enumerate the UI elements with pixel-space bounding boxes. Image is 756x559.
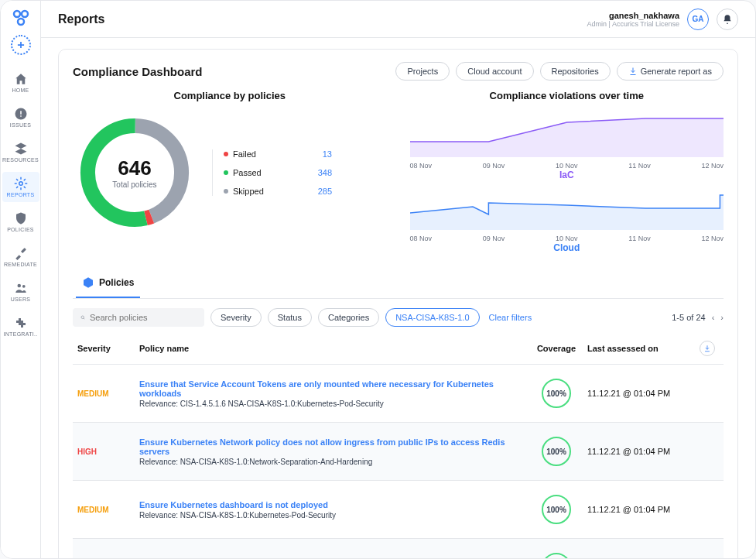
svg-point-1 [22, 11, 28, 17]
shield-icon [14, 211, 28, 225]
assessed-date: 11.12.21 @ 01:04 PM [587, 505, 696, 514]
assessed-date: 11.12.21 @ 01:04 PM [587, 389, 696, 398]
repositories-button[interactable]: Repositories [540, 62, 611, 81]
wrench-icon [14, 246, 28, 260]
coverage-badge: 100% [542, 553, 571, 558]
coverage-badge: 100% [542, 437, 571, 466]
logo-icon [12, 9, 30, 27]
projects-button[interactable]: Projects [395, 62, 450, 81]
categories-filter[interactable]: Categories [318, 308, 379, 327]
page-title: Reports [58, 12, 104, 26]
clear-filters[interactable]: Clear filters [489, 313, 532, 322]
notifications-button[interactable] [717, 9, 738, 30]
download-icon [628, 67, 638, 76]
alert-icon [14, 107, 28, 121]
svg-point-5 [17, 284, 21, 288]
svg-point-6 [22, 285, 25, 288]
policy-relevance: Relevance: CIS-1.4.5.1.6 NSA-CISA-K8S-1.… [139, 400, 525, 408]
policy-relevance: Relevance: NSA-CISA-K8S-1.0:Network-Sepa… [139, 458, 525, 466]
coverage-badge: 100% [542, 495, 571, 524]
generate-report-button[interactable]: Generate report as [617, 62, 724, 81]
users-icon [14, 281, 28, 295]
add-button[interactable] [11, 35, 31, 55]
tab-policies[interactable]: Policies [76, 269, 140, 298]
policy-name[interactable]: Ensure that Service Account Tokens are o… [139, 379, 525, 398]
policy-cell: Ensure that Service Account Tokens are o… [139, 379, 525, 408]
sidebar-item-users[interactable]: USERS [2, 276, 39, 307]
search-input[interactable] [73, 308, 204, 327]
table-header: Severity Policy name Coverage Last asses… [73, 333, 724, 365]
gear-icon [14, 177, 28, 190]
policy-cell: Ensure Kubernetes dashboard is not deplo… [139, 500, 525, 520]
table-row[interactable]: HIGH Ensure Kubernetes Network policy do… [73, 539, 724, 558]
status-filter[interactable]: Status [268, 308, 312, 327]
home-icon [14, 72, 28, 86]
policy-cell: Ensure Kubernetes Network policy does no… [139, 558, 525, 559]
sidebar-item-reports[interactable]: REPORTS [2, 172, 39, 202]
puzzle-icon [14, 316, 28, 330]
svg-point-0 [14, 11, 20, 17]
sidebar-item-home[interactable]: HOME [2, 67, 39, 98]
table-row[interactable]: HIGH Ensure Kubernetes Network policy do… [73, 423, 724, 481]
bell-icon [722, 14, 733, 25]
severity-filter[interactable]: Severity [210, 308, 262, 327]
sidebar: HOME ISSUES RESOURCES REPORTS POLICIES R… [1, 1, 41, 558]
download-all-button[interactable] [700, 341, 715, 356]
download-icon [703, 345, 711, 352]
prev-page[interactable]: ‹ [712, 313, 715, 322]
policy-relevance: Relevance: NSA-CISA-K8S-1.0:Kubernetes-P… [139, 511, 525, 520]
severity-badge: MEDIUM [77, 389, 139, 398]
policy-name[interactable]: Ensure Kubernetes Network policy does no… [139, 437, 525, 456]
cube-icon [82, 276, 94, 289]
next-page[interactable]: › [720, 313, 724, 322]
dashboard-card: Compliance Dashboard Projects Cloud acco… [58, 49, 738, 558]
pager: 1-5 of 24 ‹ › [672, 313, 724, 322]
search-icon [80, 313, 85, 322]
legend-failed: Failed 13 [224, 149, 332, 159]
table-row[interactable]: MEDIUM Ensure Kubernetes dashboard is no… [73, 481, 724, 539]
sidebar-item-issues[interactable]: ISSUES [2, 102, 39, 132]
topbar: Reports ganesh_nakhawa Admin | Accurics … [41, 1, 755, 38]
coverage-badge: 100% [542, 379, 571, 408]
avatar[interactable]: GA [687, 9, 709, 30]
svg-point-2 [18, 19, 24, 25]
assessed-date: 11.12.21 @ 01:04 PM [587, 447, 696, 456]
user-info: ganesh_nakhawa Admin | Accurics Trial Li… [587, 11, 679, 28]
legend-skipped: Skipped 285 [224, 187, 332, 196]
policy-name[interactable]: Ensure Kubernetes Network policy does no… [139, 558, 525, 559]
dashboard-title: Compliance Dashboard [73, 65, 203, 78]
svg-point-4 [19, 182, 22, 186]
policy-name[interactable]: Ensure Kubernetes dashboard is not deplo… [139, 500, 525, 509]
active-filter[interactable]: NSA-CISA-K8S-1.0 [385, 308, 479, 327]
donut-chart: Compliance by policies 646 T [73, 90, 387, 253]
table-row[interactable]: MEDIUM Ensure that Service Account Token… [73, 365, 724, 423]
policy-cell: Ensure Kubernetes Network policy does no… [139, 437, 525, 466]
layers-icon [14, 142, 28, 156]
sidebar-item-integrations[interactable]: INTEGRATI.. [2, 311, 39, 341]
svg-point-10 [81, 316, 84, 319]
cloud-account-button[interactable]: Cloud account [456, 62, 533, 81]
sidebar-item-resources[interactable]: RESOURCES [2, 137, 39, 167]
severity-badge: HIGH [77, 448, 139, 456]
sidebar-item-policies[interactable]: POLICIES [2, 207, 39, 237]
legend-passed: Passed 348 [224, 168, 332, 177]
time-chart: Compliance violations over time 08 Nov09… [410, 90, 724, 253]
severity-badge: MEDIUM [77, 506, 139, 514]
sidebar-item-remediate[interactable]: REMEDIATE [2, 242, 39, 272]
